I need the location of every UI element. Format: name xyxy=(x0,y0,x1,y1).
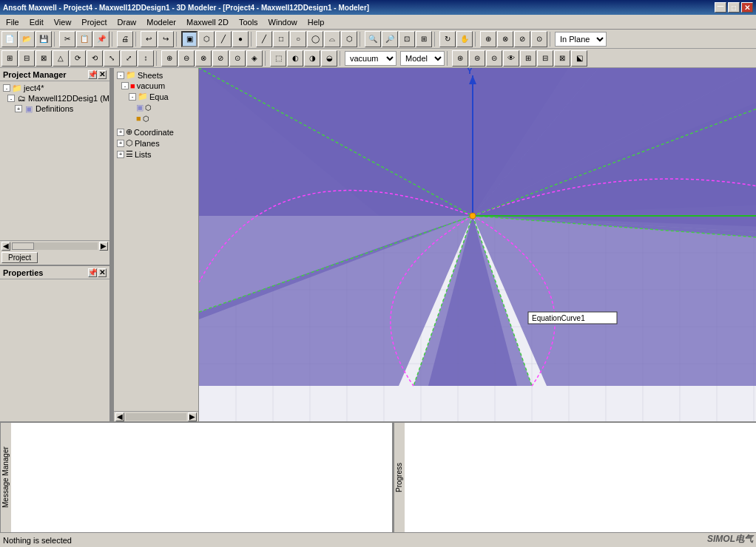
tree-sheets[interactable]: - 📁 Sheets xyxy=(115,69,197,81)
draw-arc[interactable]: ⌓ xyxy=(324,31,340,47)
tree-coords[interactable]: + ⊕ Coordinate xyxy=(115,126,197,137)
expand-project[interactable]: - xyxy=(3,84,10,92)
select-vertex-button[interactable]: ● xyxy=(232,31,249,47)
menu-view[interactable]: View xyxy=(50,16,76,28)
menu-project[interactable]: Project xyxy=(77,16,111,28)
progress-content[interactable] xyxy=(405,423,756,532)
snap4[interactable]: ⊙ xyxy=(531,31,547,47)
pm-close-button[interactable]: ✕ xyxy=(98,70,107,79)
draw-circle[interactable]: ○ xyxy=(290,31,306,47)
menu-edit[interactable]: Edit xyxy=(25,16,48,28)
paste-button[interactable]: 📌 xyxy=(93,31,109,47)
tree-definitions[interactable]: + ▣ Definitions xyxy=(1,103,108,114)
props-pin-button[interactable]: 📌 xyxy=(88,268,97,277)
copy-button[interactable]: 📋 xyxy=(76,31,92,47)
expand-vacuum[interactable]: - xyxy=(121,82,129,89)
undo-button[interactable]: ↩ xyxy=(141,31,157,47)
expand-coords[interactable]: + xyxy=(117,129,124,136)
tb2-btn11[interactable]: ⊖ xyxy=(178,50,195,67)
tree-project[interactable]: - 📁 ject4* xyxy=(1,83,108,93)
redo-button[interactable]: ↪ xyxy=(158,31,174,47)
tb2-btn19[interactable]: ◒ xyxy=(321,50,337,67)
tree-eq2[interactable]: ■ ⬡ xyxy=(115,113,197,123)
tb2-btn2[interactable]: ⊟ xyxy=(18,50,35,67)
menu-help[interactable]: Help xyxy=(303,16,329,28)
tb2-btn7[interactable]: ⤡ xyxy=(104,50,120,67)
zoom-in[interactable]: 🔍 xyxy=(365,31,381,47)
close-button[interactable]: ✕ xyxy=(741,2,753,13)
snap2[interactable]: ⊗ xyxy=(497,31,513,47)
tb2-btn18[interactable]: ◑ xyxy=(304,50,320,67)
expand-design[interactable]: - xyxy=(7,95,15,102)
tb2-btn9[interactable]: ↕ xyxy=(138,50,154,67)
tree-planes[interactable]: + ⬡ Planes xyxy=(115,137,197,149)
menu-file[interactable]: File xyxy=(1,16,24,28)
tb2-btn8[interactable]: ⤢ xyxy=(121,50,137,67)
tb2-view4[interactable]: 👁 xyxy=(503,50,519,67)
tb2-view2[interactable]: ⊜ xyxy=(469,50,485,67)
tree-equations[interactable]: - 📁 Equa xyxy=(115,91,197,102)
menu-draw[interactable]: Draw xyxy=(113,16,141,28)
snap1[interactable]: ⊕ xyxy=(480,31,496,47)
tb2-btn5[interactable]: ⟳ xyxy=(70,50,86,67)
expand-equations[interactable]: - xyxy=(129,93,136,101)
expand-sheets[interactable]: - xyxy=(117,72,124,79)
expand-definitions[interactable]: + xyxy=(15,105,22,112)
tb2-btn17[interactable]: ◐ xyxy=(287,50,303,67)
tb2-btn1[interactable]: ⊞ xyxy=(1,50,18,67)
tb2-btn10[interactable]: ⊕ xyxy=(161,50,178,67)
tb2-view1[interactable]: ⊛ xyxy=(452,50,468,67)
maximize-button[interactable]: □ xyxy=(728,2,740,13)
cut-button[interactable]: ✂ xyxy=(59,31,75,47)
mt-scroll-left[interactable]: ◀ xyxy=(115,412,124,421)
tb2-btn16[interactable]: ⬚ xyxy=(270,50,286,67)
project-button[interactable]: Project xyxy=(1,252,38,263)
scroll-right[interactable]: ▶ xyxy=(99,242,108,251)
zoom-fit[interactable]: ⊡ xyxy=(399,31,415,47)
save-button[interactable]: 💾 xyxy=(36,31,52,47)
mt-scroll-track[interactable] xyxy=(126,413,186,421)
draw-ellipse[interactable]: ◯ xyxy=(307,31,323,47)
tree-eq1[interactable]: ▣ ⬡ xyxy=(115,102,197,113)
tb2-view8[interactable]: ⬕ xyxy=(571,50,587,67)
tree-lists[interactable]: + ☰ Lists xyxy=(115,149,197,160)
draw-rect[interactable]: □ xyxy=(273,31,289,47)
model-dropdown[interactable]: Model xyxy=(400,51,445,66)
tb2-view7[interactable]: ⊠ xyxy=(554,50,570,67)
message-content[interactable] xyxy=(11,423,392,532)
view-pan[interactable]: ✋ xyxy=(456,31,473,47)
tb2-view5[interactable]: ⊞ xyxy=(520,50,536,67)
menu-tools[interactable]: Tools xyxy=(234,16,263,28)
zoom-out[interactable]: 🔎 xyxy=(382,31,398,47)
minimize-button[interactable]: ─ xyxy=(715,2,726,13)
tb2-btn4[interactable]: △ xyxy=(53,50,69,67)
tb2-btn13[interactable]: ⊘ xyxy=(212,50,229,67)
tb2-btn12[interactable]: ⊗ xyxy=(195,50,212,67)
scroll-left[interactable]: ◀ xyxy=(1,242,10,251)
select-edge-button[interactable]: ╱ xyxy=(215,31,232,47)
material-dropdown[interactable]: vacuum xyxy=(345,51,396,66)
view-rotate[interactable]: ↻ xyxy=(439,31,456,47)
menu-modeler[interactable]: Modeler xyxy=(142,16,180,28)
menu-window[interactable]: Window xyxy=(264,16,302,28)
tree-design[interactable]: - 🗂 Maxwell12DDesig1 (Ma xyxy=(1,93,108,103)
tb2-btn6[interactable]: ⟲ xyxy=(87,50,103,67)
menu-maxwell2d[interactable]: Maxwell 2D xyxy=(182,16,233,28)
props-close-button[interactable]: ✕ xyxy=(98,268,107,277)
expand-lists[interactable]: + xyxy=(117,151,124,158)
inplane-dropdown[interactable]: In Plane xyxy=(555,32,607,47)
pm-pin-button[interactable]: 📌 xyxy=(88,70,97,79)
select-face-button[interactable]: ⬡ xyxy=(198,31,215,47)
draw-poly[interactable]: ⬡ xyxy=(341,31,357,47)
tree-vacuum[interactable]: - ■ vacuum xyxy=(115,81,197,91)
tb2-btn3[interactable]: ⊠ xyxy=(36,50,52,67)
zoom-select[interactable]: ⊞ xyxy=(416,31,432,47)
new-button[interactable]: 📄 xyxy=(1,31,18,47)
print-button[interactable]: 🖨 xyxy=(117,31,133,47)
viewport[interactable]: X Y EquationCurve1 xyxy=(199,68,756,421)
tb2-btn15[interactable]: ◈ xyxy=(246,50,263,67)
scroll-track[interactable] xyxy=(12,242,98,250)
mt-scroll-right[interactable]: ▶ xyxy=(188,412,197,421)
tb2-view3[interactable]: ⊝ xyxy=(486,50,502,67)
expand-planes[interactable]: + xyxy=(117,140,124,147)
